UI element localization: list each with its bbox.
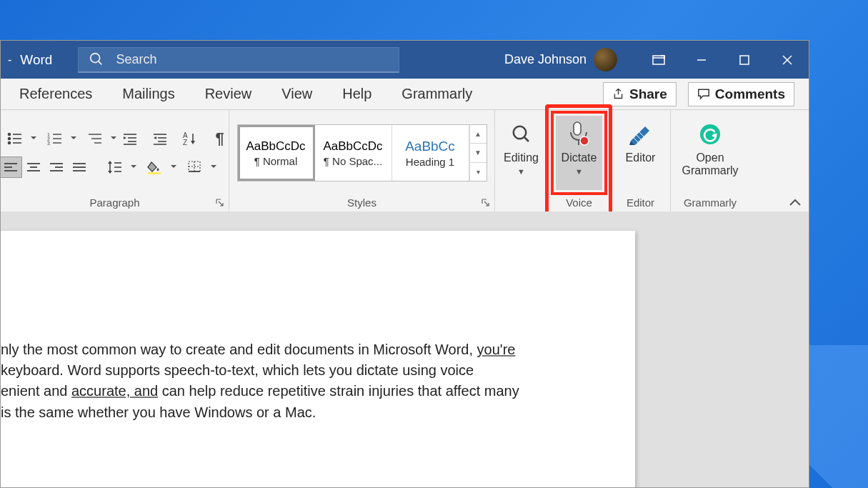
group-styles: AaBbCcDc ¶ Normal AaBbCcDc ¶ No Spac... … — [229, 110, 495, 211]
editing-label: Editing — [504, 151, 539, 164]
styles-launcher-icon[interactable] — [480, 197, 492, 209]
grammarly-label-2: Grammarly — [682, 164, 738, 177]
share-icon — [612, 88, 624, 100]
titlebar: - Word Search Dave Johnson — [1, 41, 809, 79]
collapse-ribbon-button[interactable] — [789, 199, 802, 207]
word-window: - Word Search Dave Johnson — [0, 40, 809, 488]
svg-point-60 — [513, 126, 526, 139]
document-line: nly the most common way to create and ed… — [1, 339, 621, 360]
title-sep: - — [8, 54, 11, 66]
tab-references[interactable]: References — [15, 83, 96, 105]
style-no-spacing[interactable]: AaBbCcDc ¶ No Spac... — [315, 125, 392, 181]
document-area[interactable]: nly the most common way to create and ed… — [1, 211, 809, 487]
document-line: enient and accurate, and can help reduce… — [1, 381, 621, 402]
svg-rect-5 — [740, 56, 749, 64]
style-name: ¶ No Spac... — [324, 155, 382, 167]
align-center-button[interactable] — [22, 156, 45, 178]
grammarly-group-label: Grammarly — [684, 193, 737, 211]
style-preview: AaBbCc — [405, 139, 455, 154]
comments-button[interactable]: Comments — [688, 82, 794, 106]
find-icon — [511, 120, 532, 149]
maximize-button[interactable] — [723, 41, 766, 79]
align-left-button[interactable] — [0, 156, 22, 178]
spellcheck-underline[interactable]: accurate, and — [71, 383, 158, 399]
styles-group-label: Styles — [347, 193, 376, 211]
paragraph-group-label: Paragraph — [89, 193, 139, 211]
svg-point-12 — [8, 142, 10, 144]
app-title: Word — [20, 52, 52, 68]
search-placeholder: Search — [116, 52, 156, 67]
align-justify-button[interactable] — [68, 156, 91, 178]
paragraph-launcher-icon[interactable] — [214, 197, 226, 209]
svg-line-1 — [99, 61, 102, 65]
tab-help[interactable]: Help — [338, 83, 376, 105]
tab-grammarly[interactable]: Grammarly — [397, 83, 477, 105]
ribbon: 123 AZ ¶ — [1, 110, 809, 211]
svg-marker-25 — [124, 136, 126, 139]
svg-rect-55 — [148, 172, 161, 174]
align-right-button[interactable] — [45, 156, 68, 178]
style-normal[interactable]: AaBbCcDc ¶ Normal — [238, 125, 315, 181]
dictate-button[interactable]: Dictate ▼ — [556, 116, 603, 190]
voice-group-label: Voice — [566, 193, 592, 211]
svg-point-8 — [8, 134, 10, 136]
tab-view[interactable]: View — [277, 83, 316, 105]
multilevel-list-button[interactable] — [79, 128, 111, 149]
group-voice: Dictate ▼ Voice — [548, 110, 611, 211]
open-grammarly-button[interactable]: Open Grammarly — [676, 116, 744, 190]
show-hide-button[interactable]: ¶ — [209, 128, 231, 149]
style-preview: AaBbCcDc — [323, 139, 382, 154]
spellcheck-underline[interactable]: you're — [477, 342, 516, 357]
sort-button[interactable]: AZ — [179, 128, 201, 149]
search-icon — [89, 51, 104, 67]
page[interactable]: nly the most common way to create and ed… — [1, 231, 635, 487]
avatar[interactable] — [594, 48, 617, 71]
document-line: keyboard. Word supports speech-to-text, … — [1, 360, 621, 381]
editing-button[interactable]: Editing ▼ — [498, 116, 544, 190]
expand-icon[interactable]: ▾ — [470, 163, 487, 181]
document-line: is the same whether you have Windows or … — [1, 402, 621, 423]
shading-button[interactable] — [139, 156, 171, 178]
svg-text:3: 3 — [47, 141, 50, 145]
share-button[interactable]: Share — [603, 82, 677, 106]
svg-marker-50 — [108, 161, 112, 164]
numbering-button[interactable]: 123 — [39, 128, 71, 149]
editor-label: Editor — [626, 151, 656, 164]
chevron-down-icon[interactable]: ▼ — [470, 144, 487, 162]
style-name: ¶ Normal — [254, 155, 298, 167]
style-preview: AaBbCcDc — [246, 139, 305, 154]
increase-indent-button[interactable] — [149, 128, 171, 149]
chevron-down-icon: ▼ — [575, 167, 583, 176]
svg-point-0 — [91, 54, 100, 63]
styles-gallery[interactable]: AaBbCcDc ¶ Normal AaBbCcDc ¶ No Spac... … — [237, 124, 487, 181]
svg-marker-36 — [191, 141, 195, 144]
line-spacing-button[interactable] — [99, 156, 131, 178]
style-heading-1[interactable]: AaBbCc Heading 1 — [392, 125, 469, 181]
minimize-button[interactable] — [680, 41, 723, 79]
editor-group-label: Editor — [627, 193, 654, 211]
ribbon-display-button[interactable] — [637, 41, 680, 79]
close-button[interactable] — [766, 41, 809, 79]
style-name: Heading 1 — [406, 156, 454, 168]
editor-icon — [628, 120, 654, 149]
chevron-down-icon: ▼ — [517, 167, 525, 176]
group-editor: Editor Editor — [611, 110, 671, 211]
ribbon-tabs: References Mailings Review View Help Gra… — [1, 79, 809, 110]
svg-text:Z: Z — [183, 139, 187, 146]
decrease-indent-button[interactable] — [119, 128, 141, 149]
svg-point-64 — [580, 136, 589, 145]
svg-marker-30 — [154, 136, 156, 139]
search-input[interactable]: Search — [78, 47, 399, 73]
borders-button[interactable] — [179, 156, 211, 178]
group-paragraph: 123 AZ ¶ — [1, 110, 229, 211]
tab-mailings[interactable]: Mailings — [118, 83, 179, 105]
svg-rect-2 — [653, 56, 664, 64]
chevron-up-icon[interactable]: ▲ — [470, 125, 487, 144]
editor-button[interactable]: Editor — [619, 116, 663, 190]
tab-review[interactable]: Review — [201, 83, 256, 105]
username: Dave Johnson — [504, 52, 587, 67]
svg-marker-51 — [108, 171, 112, 174]
comments-label: Comments — [715, 86, 785, 102]
styles-gallery-spinner[interactable]: ▲ ▼ ▾ — [469, 125, 487, 181]
bullets-button[interactable] — [0, 128, 31, 149]
